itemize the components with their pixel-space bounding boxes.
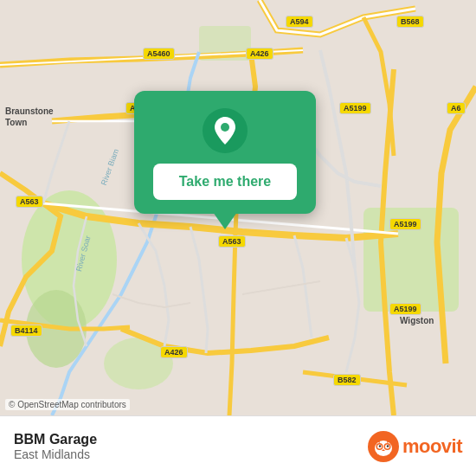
road-badge-a5199-mid: A5199 bbox=[389, 218, 421, 230]
take-me-there-button[interactable]: Take me there bbox=[153, 164, 297, 200]
location-info: BBM Garage East Midlands bbox=[14, 432, 97, 461]
svg-point-7 bbox=[221, 123, 229, 132]
popup-card: Take me there bbox=[134, 91, 316, 214]
road-badge-a5460-top: A5460 bbox=[143, 48, 175, 60]
road-badge-a426-top: A426 bbox=[246, 48, 273, 60]
map-copyright: © OpenStreetMap contributors bbox=[5, 399, 130, 410]
road-badge-a5199-top: A5199 bbox=[339, 102, 371, 114]
svg-point-14 bbox=[379, 445, 381, 447]
location-pin-icon bbox=[203, 108, 248, 153]
location-region: East Midlands bbox=[14, 447, 97, 461]
moovit-logo: moovit bbox=[368, 431, 462, 462]
area-label-wigston: Wigston bbox=[400, 316, 434, 325]
location-name: BBM Garage bbox=[14, 432, 97, 447]
road-badge-a594: A594 bbox=[286, 16, 313, 28]
road-badge-b568: B568 bbox=[396, 16, 424, 28]
road-badge-b582: B582 bbox=[333, 374, 361, 386]
moovit-owl-icon bbox=[368, 431, 399, 462]
bottom-bar: BBM Garage East Midlands bbox=[0, 415, 476, 476]
road-badge-a426-bot: A426 bbox=[160, 346, 188, 358]
moovit-text-label: moovit bbox=[402, 435, 462, 458]
road-badge-a5199-bot: A5199 bbox=[389, 303, 421, 315]
map-area: A594 A5460 B568 A426 A6 A5460 A5199 A563… bbox=[0, 0, 476, 415]
road-badge-a6: A6 bbox=[447, 102, 466, 114]
road-badge-a563-left: A563 bbox=[16, 196, 43, 208]
road-badge-a563-mid: A563 bbox=[218, 235, 246, 248]
svg-point-15 bbox=[387, 445, 389, 447]
area-label-braunstone: BraunstoneTown bbox=[5, 106, 54, 128]
app: A594 A5460 B568 A426 A6 A5460 A5199 A563… bbox=[0, 0, 476, 476]
road-badge-b4114: B4114 bbox=[10, 325, 42, 337]
